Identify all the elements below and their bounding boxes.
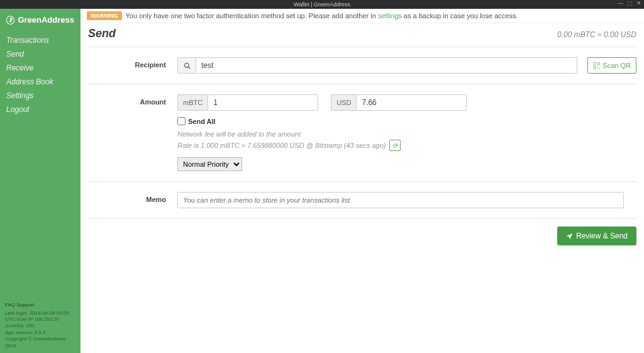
minimize-button[interactable]: —	[618, 0, 623, 6]
review-send-button[interactable]: Review & Send	[557, 227, 636, 245]
nav-receive[interactable]: Receive	[0, 61, 80, 75]
footer-last-login: Last login: 2018-04-09 03:05 UTC from IP…	[5, 310, 75, 330]
rate-text: Rate is 1.000 mBTC ≈ 7.659880000 USD @ B…	[177, 142, 386, 149]
amount-input-usd[interactable]	[356, 94, 467, 111]
amount-input-mbtc[interactable]	[208, 94, 318, 111]
memo-label: Memo	[88, 192, 177, 208]
warning-badge: WARNING	[87, 11, 122, 20]
nav-address-book[interactable]: Address Book	[0, 75, 80, 89]
recipient-input[interactable]	[196, 57, 577, 74]
priority-select[interactable]: Normal Priority	[177, 157, 242, 171]
warning-text: You only have one two factor authenticat…	[126, 12, 518, 20]
review-send-label: Review & Send	[576, 232, 628, 240]
recipient-label: Recipient	[88, 57, 177, 74]
nav-logout[interactable]: Logout	[0, 103, 80, 116]
amount-unit-usd: USD	[331, 94, 356, 111]
send-all-option[interactable]: Send All	[177, 117, 636, 125]
sidebar: ₿ GreenAddress Transactions Send Receive…	[0, 9, 80, 353]
search-icon[interactable]	[177, 57, 196, 74]
scan-qr-button[interactable]: Scan QR	[587, 57, 636, 74]
balance: 0.00 mBTC ≈ 0.00 USD	[557, 30, 636, 39]
footer-app-version: App version: 0.5.4	[5, 330, 75, 336]
svg-rect-2	[594, 62, 596, 64]
page-header: Send 0.00 mBTC ≈ 0.00 USD	[80, 23, 644, 47]
nav-transactions[interactable]: Transactions	[0, 33, 80, 47]
footer-faq[interactable]: FAQ Support	[5, 302, 75, 308]
main-content: WARNING You only have one two factor aut…	[80, 9, 644, 353]
window-title: Wallet | GreenAddress	[294, 1, 350, 8]
send-all-label: Send All	[188, 118, 216, 125]
svg-line-1	[188, 67, 190, 69]
memo-section: Memo	[88, 181, 636, 218]
scan-qr-label: Scan QR	[602, 62, 631, 69]
nav-send[interactable]: Send	[0, 47, 80, 61]
memo-input[interactable]	[177, 192, 624, 208]
brand: ₿ GreenAddress	[0, 9, 80, 31]
window-controls: — ⬚ ✕	[618, 0, 641, 6]
amount-section: Amount mBTC USD Send Al	[88, 84, 636, 181]
brand-icon: ₿	[6, 16, 14, 25]
svg-rect-4	[594, 66, 596, 68]
amount-unit-mbtc: mBTC	[177, 94, 208, 111]
maximize-button[interactable]: ⬚	[627, 0, 633, 6]
svg-rect-5	[597, 66, 598, 67]
send-all-checkbox[interactable]	[177, 117, 186, 125]
warning-bar: WARNING You only have one two factor aut…	[80, 9, 644, 23]
actions-row: Review & Send	[88, 218, 636, 253]
svg-rect-3	[597, 62, 599, 64]
titlebar: Wallet | GreenAddress — ⬚ ✕	[0, 0, 644, 9]
warning-settings-link[interactable]: settings	[378, 12, 402, 20]
refresh-rate-button[interactable]: ⟳	[389, 140, 401, 151]
svg-rect-6	[599, 67, 599, 68]
send-icon	[566, 233, 573, 240]
footer-copyright: Copyright © GreenAddress 2018	[5, 336, 75, 349]
page-title: Send	[88, 27, 116, 40]
sidebar-footer: FAQ Support Last login: 2018-04-09 03:05…	[0, 298, 80, 353]
amount-label: Amount	[88, 94, 177, 171]
nav: Transactions Send Receive Address Book S…	[0, 31, 80, 119]
recipient-section: Recipient Scan QR	[88, 47, 636, 84]
nav-settings[interactable]: Settings	[0, 89, 80, 103]
brand-name: GreenAddress	[18, 15, 74, 25]
svg-point-0	[184, 63, 189, 67]
fee-note: Network fee will be added to the amount	[177, 130, 636, 138]
close-button[interactable]: ✕	[636, 0, 641, 6]
rate-line: Rate is 1.000 mBTC ≈ 7.659880000 USD @ B…	[177, 140, 636, 151]
